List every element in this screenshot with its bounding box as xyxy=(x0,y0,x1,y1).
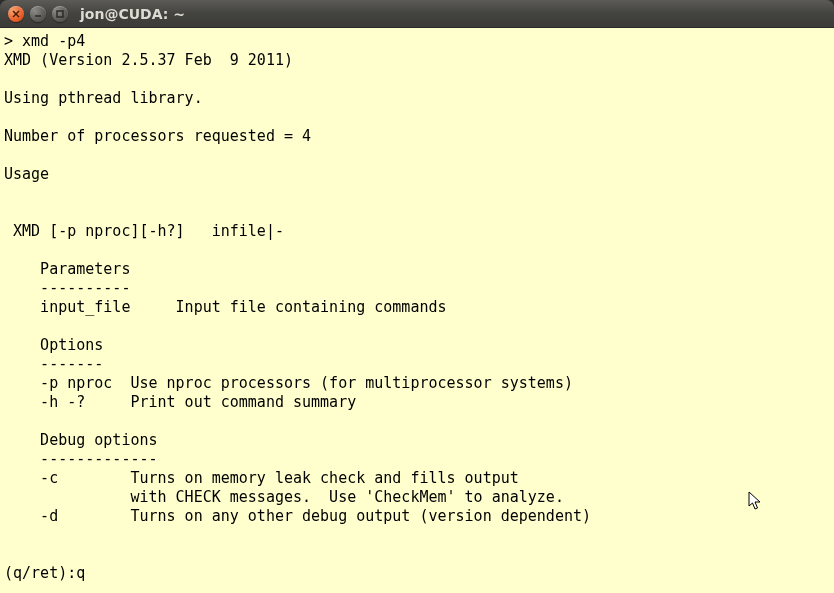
output-line: Usage xyxy=(4,165,49,183)
output-line: ------- xyxy=(4,355,103,373)
minimize-icon xyxy=(33,9,43,19)
prompt: > xyxy=(4,32,22,50)
output-line: Options xyxy=(4,336,103,354)
entered-command: xmd -p4 xyxy=(22,32,85,50)
titlebar: jon@CUDA: ~ xyxy=(0,0,834,28)
output-line: Debug options xyxy=(4,431,158,449)
output-line: XMD (Version 2.5.37 Feb 9 2011) xyxy=(4,51,293,69)
pager-prompt: (q/ret): xyxy=(4,564,76,582)
maximize-icon xyxy=(55,9,65,19)
mouse-cursor-icon xyxy=(748,491,764,513)
output-line: ---------- xyxy=(4,279,130,297)
output-line: input_file Input file containing command… xyxy=(4,298,447,316)
output-line: -d Turns on any other debug output (vers… xyxy=(4,507,591,525)
output-line: -h -? Print out command summary xyxy=(4,393,356,411)
output-line: Number of processors requested = 4 xyxy=(4,127,311,145)
output-line: ------------- xyxy=(4,450,158,468)
close-icon xyxy=(11,9,21,19)
output-line: with CHECK messages. Use 'CheckMem' to a… xyxy=(4,488,564,506)
output-line: -c Turns on memory leak check and fills … xyxy=(4,469,519,487)
terminal-window: jon@CUDA: ~ > xmd -p4 XMD (Version 2.5.3… xyxy=(0,0,834,593)
window-controls xyxy=(8,6,68,22)
pager-input: q xyxy=(76,564,85,582)
output-line: XMD [-p nproc][-h?] infile|- xyxy=(4,222,284,240)
maximize-button[interactable] xyxy=(52,6,68,22)
svg-rect-3 xyxy=(57,11,63,17)
minimize-button[interactable] xyxy=(30,6,46,22)
output-line: Using pthread library. xyxy=(4,89,203,107)
close-button[interactable] xyxy=(8,6,24,22)
window-title: jon@CUDA: ~ xyxy=(80,6,185,22)
output-line: -p nproc Use nproc processors (for multi… xyxy=(4,374,573,392)
terminal-body[interactable]: > xmd -p4 XMD (Version 2.5.37 Feb 9 2011… xyxy=(0,28,834,593)
output-line: Parameters xyxy=(4,260,130,278)
